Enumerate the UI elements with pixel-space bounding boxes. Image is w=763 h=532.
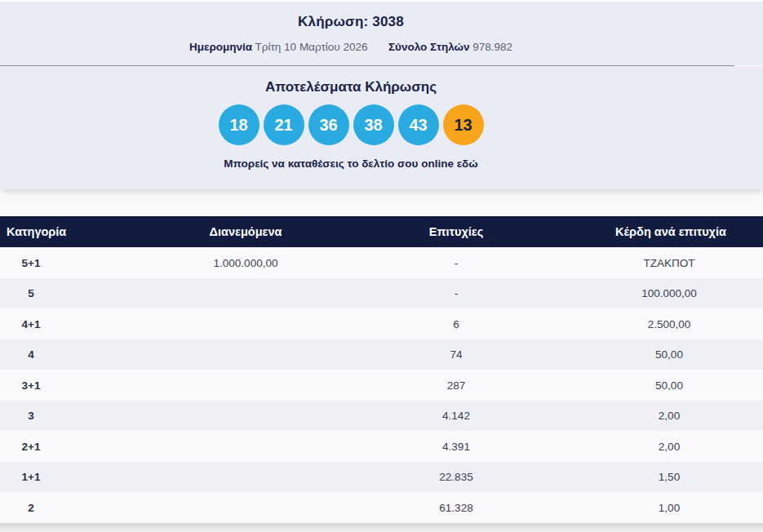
bonus-number-ball: 13 bbox=[443, 104, 484, 145]
cell-winners: 4.142 bbox=[442, 410, 470, 422]
table-bottom-shadow bbox=[0, 523, 763, 532]
header-winners: Επιτυχίες bbox=[429, 225, 484, 238]
online-deposit-link[interactable]: Μπορείς να καταθέσεις το δελτίο σου onli… bbox=[0, 157, 702, 170]
cell-distributed: 1.000.000,00 bbox=[214, 256, 278, 268]
table-row: 5-100.000,00 bbox=[0, 278, 763, 309]
table-row: 5+11.000.000,00-ΤΖΑΚΠΟΤ bbox=[0, 247, 763, 278]
table-row: 34.1422,00 bbox=[0, 401, 763, 432]
drawn-number-ball: 43 bbox=[398, 104, 439, 145]
cell-category: 2+1 bbox=[22, 440, 41, 452]
results-heading: Αποτελέσματα Κλήρωσης bbox=[0, 79, 702, 95]
table-row: 4+162.500,00 bbox=[0, 308, 763, 339]
cell-prize-per-win: ΤΖΑΚΠΟΤ bbox=[644, 256, 695, 268]
header-category: Κατηγορία bbox=[7, 225, 66, 238]
header-prize-per-win: Κέρδη ανά επιτυχία bbox=[615, 225, 726, 238]
drawn-number-ball: 18 bbox=[219, 104, 260, 145]
prize-table-header: Κατηγορία Διανεμόμενα Επιτυχίες Κέρδη αν… bbox=[0, 216, 763, 247]
cell-winners: 287 bbox=[447, 379, 466, 391]
table-row: 1+122.8351,50 bbox=[0, 462, 763, 493]
date-value: Τρίτη 10 Μαρτίου 2026 bbox=[255, 41, 368, 53]
cell-category: 5 bbox=[28, 287, 34, 299]
cell-prize-per-win: 2,00 bbox=[659, 410, 680, 422]
cell-winners: 6 bbox=[453, 317, 459, 330]
prize-table: Κατηγορία Διανεμόμενα Επιτυχίες Κέρδη αν… bbox=[0, 216, 763, 523]
header-distributed: Διανεμόμενα bbox=[210, 225, 282, 238]
cell-winners: - bbox=[455, 287, 459, 299]
cell-category: 3+1 bbox=[22, 379, 41, 391]
cell-winners: - bbox=[455, 256, 459, 268]
draw-number: 3038 bbox=[372, 14, 404, 29]
cell-category: 3 bbox=[28, 410, 34, 422]
draw-title-label: Κλήρωση: bbox=[298, 14, 368, 29]
cell-prize-per-win: 1,50 bbox=[659, 471, 680, 483]
cell-category: 4 bbox=[28, 348, 34, 361]
total-columns-value: 978.982 bbox=[472, 41, 512, 53]
table-row: 261.3281,00 bbox=[0, 492, 763, 523]
cell-prize-per-win: 50,00 bbox=[655, 379, 683, 391]
cell-prize-per-win: 1,00 bbox=[659, 501, 680, 513]
draw-meta: Ημερομηνία Τρίτη 10 Μαρτίου 2026 Σύνολο … bbox=[0, 41, 702, 53]
draw-results-section: Αποτελέσματα Κλήρωσης 182136384313 Μπορε… bbox=[0, 66, 763, 189]
cell-category: 2 bbox=[28, 501, 34, 513]
date-label: Ημερομηνία bbox=[189, 41, 252, 53]
total-columns-label: Σύνολο Στηλών bbox=[388, 41, 469, 53]
cell-prize-per-win: 2,00 bbox=[659, 440, 680, 452]
drawn-number-ball: 21 bbox=[264, 104, 304, 145]
drawn-number-ball: 38 bbox=[353, 104, 394, 145]
draw-title: Κλήρωση: 3038 bbox=[0, 14, 702, 30]
drawn-numbers: 182136384313 bbox=[0, 104, 702, 145]
cell-category: 4+1 bbox=[22, 317, 41, 330]
cell-category: 1+1 bbox=[22, 471, 41, 483]
cell-winners: 22.835 bbox=[439, 471, 472, 483]
prize-table-body: 5+11.000.000,00-ΤΖΑΚΠΟΤ5-100.000,004+162… bbox=[0, 247, 763, 523]
cell-winners: 61.328 bbox=[439, 501, 472, 513]
cell-prize-per-win: 50,00 bbox=[655, 348, 683, 361]
table-row: 47450,00 bbox=[0, 339, 763, 370]
table-row: 3+128750,00 bbox=[0, 370, 763, 401]
drawn-number-ball: 36 bbox=[308, 104, 349, 145]
draw-header-section: Κλήρωση: 3038 Ημερομηνία Τρίτη 10 Μαρτίο… bbox=[0, 2, 763, 65]
cell-winners: 4.391 bbox=[442, 440, 470, 452]
section-gap bbox=[0, 189, 763, 216]
cell-prize-per-win: 2.500,00 bbox=[648, 317, 691, 330]
cell-prize-per-win: 100.000,00 bbox=[641, 287, 697, 299]
cell-winners: 74 bbox=[450, 348, 462, 361]
table-row: 2+14.3912,00 bbox=[0, 431, 763, 462]
cell-category: 5+1 bbox=[22, 256, 41, 268]
